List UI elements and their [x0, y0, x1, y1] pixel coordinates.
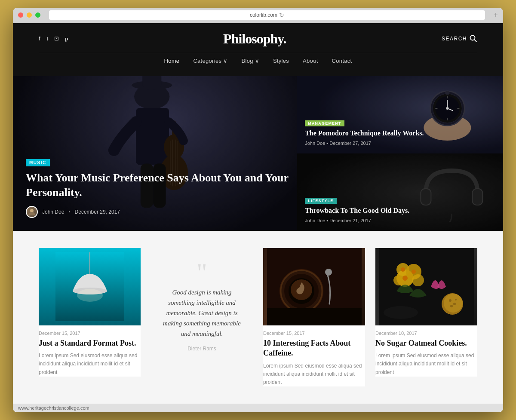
post-date-0: December 15, 2017: [39, 331, 141, 336]
hero-sidebar: MANAGEMENT The Pomodoro Technique Really…: [297, 76, 503, 231]
search-button[interactable]: SEARCH: [442, 35, 477, 43]
post-image-coffee: [263, 248, 365, 325]
quote-text: Good design is making something intellig…: [160, 287, 244, 339]
header-top: f 𝐭 ⊡ 𝐩 Philosophy. SEARCH: [39, 31, 477, 47]
post-card-lamp[interactable]: December 15, 2017 Just a Standard Format…: [39, 248, 141, 377]
minimize-button[interactable]: [27, 12, 32, 18]
nav-about[interactable]: About: [303, 58, 318, 64]
post-date-2: December 15, 2017: [263, 331, 365, 336]
hero-card-lifestyle[interactable]: LIFESTYLE Throwback To The Good Old Days…: [297, 153, 503, 231]
footer-url: www.heritagechristiancollege.com: [18, 405, 89, 411]
post-date-3: December 10, 2017: [375, 331, 477, 336]
hero-meta: John Doe • December 29, 2017: [26, 206, 289, 218]
twitter-icon[interactable]: 𝐭: [46, 35, 48, 42]
card2-title: Throwback To The Good Old Days.: [305, 206, 499, 215]
hero-card-management[interactable]: MANAGEMENT The Pomodoro Technique Really…: [297, 76, 503, 153]
quote-author: Dieter Rams: [187, 346, 216, 352]
card2-tag: LIFESTYLE: [305, 198, 336, 204]
nav-home[interactable]: Home: [164, 58, 179, 64]
site-logo[interactable]: Philosophy.: [223, 31, 286, 47]
card2-date: December 21, 2017: [329, 218, 371, 223]
card1-meta: John Doe • December 27, 2017: [305, 141, 499, 146]
close-button[interactable]: [18, 12, 23, 18]
site-header: f 𝐭 ⊡ 𝐩 Philosophy. SEARCH: [13, 23, 503, 76]
meta-separator: •: [68, 209, 70, 215]
search-icon: [470, 35, 477, 43]
card1-author: John Doe: [305, 141, 325, 146]
card1-tag: MANAGEMENT: [305, 120, 344, 126]
card1-content: MANAGEMENT The Pomodoro Technique Really…: [305, 119, 499, 146]
bottom-bar: www.heritagechristiancollege.com: [13, 404, 503, 412]
site-nav: Home Categories ∨ Blog ∨ Styles About Co…: [39, 53, 477, 68]
nav-contact[interactable]: Contact: [332, 58, 352, 64]
post-title-0: Just a Standard Format Post.: [39, 338, 141, 348]
lamp-svg: [55, 252, 124, 321]
hero-main-article[interactable]: MUSIC What Your Music Preference Says Ab…: [13, 76, 297, 231]
maximize-button[interactable]: [35, 12, 40, 18]
post-title-3: No Sugar Oatmeal Cookies.: [375, 338, 477, 348]
browser-window: colorlib.com ↻ + f 𝐭 ⊡ 𝐩 Philosophy. SEA…: [13, 8, 503, 412]
refresh-icon[interactable]: ↻: [279, 12, 284, 18]
address-bar[interactable]: colorlib.com ↻: [49, 10, 485, 20]
post-excerpt-2: Lorem ipsum Sed eiusmod esse aliqua sed …: [263, 362, 365, 387]
post-excerpt-0: Lorem ipsum Sed eiusmod esse aliqua sed …: [39, 352, 141, 377]
instagram-icon[interactable]: ⊡: [54, 35, 59, 42]
svg-line-1: [474, 40, 476, 42]
svg-point-48: [325, 269, 332, 276]
post-body-coffee: December 15, 2017 10 Interesting Facts A…: [263, 325, 365, 386]
hero-author: John Doe: [42, 209, 64, 215]
post-body-cookies: December 10, 2017 No Sugar Oatmeal Cooki…: [375, 325, 477, 377]
pinterest-icon[interactable]: 𝐩: [65, 35, 68, 42]
hero-date: December 29, 2017: [75, 209, 120, 215]
facebook-icon[interactable]: f: [39, 35, 40, 42]
post-image-lamp: [39, 248, 141, 325]
browser-bar: colorlib.com ↻ +: [13, 8, 503, 23]
quote-mark: ": [197, 265, 207, 280]
post-excerpt-3: Lorem ipsum Sed eiusmod esse aliqua sed …: [375, 352, 477, 377]
card2-content: LIFESTYLE Throwback To The Good Old Days…: [305, 196, 499, 223]
svg-point-40: [77, 289, 103, 302]
url-text: colorlib.com: [250, 12, 277, 18]
card1-title: The Pomodoro Technique Really Works.: [305, 129, 499, 138]
svg-rect-47: [267, 308, 362, 325]
card2-author: John Doe: [305, 218, 325, 223]
main-content: December 15, 2017 Just a Standard Format…: [13, 231, 503, 404]
post-image-flowers: [375, 248, 477, 325]
nav-styles[interactable]: Styles: [273, 58, 289, 64]
search-label: SEARCH: [442, 36, 467, 42]
new-tab-button[interactable]: +: [494, 11, 498, 19]
hero-main-content: MUSIC What Your Music Preference Says Ab…: [26, 158, 289, 218]
nav-categories[interactable]: Categories ∨: [193, 58, 227, 64]
post-body-lamp: December 15, 2017 Just a Standard Format…: [39, 325, 141, 377]
content-grid: December 15, 2017 Just a Standard Format…: [39, 248, 477, 386]
svg-point-18: [30, 209, 34, 212]
hero-section: MUSIC What Your Music Preference Says Ab…: [13, 76, 503, 231]
flowers-svg: [379, 248, 474, 325]
hero-title: What Your Music Preference Says About Yo…: [26, 171, 289, 200]
hero-tag: MUSIC: [26, 159, 50, 166]
post-card-coffee[interactable]: December 15, 2017 10 Interesting Facts A…: [263, 248, 365, 386]
site-wrapper: f 𝐭 ⊡ 𝐩 Philosophy. SEARCH: [13, 23, 503, 412]
nav-blog[interactable]: Blog ∨: [241, 58, 259, 64]
post-title-2: 10 Interesting Facts About Caffeine.: [263, 338, 365, 359]
svg-rect-65: [379, 248, 474, 325]
social-icons: f 𝐭 ⊡ 𝐩: [39, 35, 68, 42]
card1-date: December 27, 2017: [329, 141, 371, 146]
coffee-svg: [267, 248, 362, 325]
quote-card: " Good design is making something intell…: [151, 248, 253, 368]
author-avatar: [26, 206, 38, 218]
post-card-cookies[interactable]: December 10, 2017 No Sugar Oatmeal Cooki…: [375, 248, 477, 377]
card2-meta: John Doe • December 21, 2017: [305, 218, 499, 223]
